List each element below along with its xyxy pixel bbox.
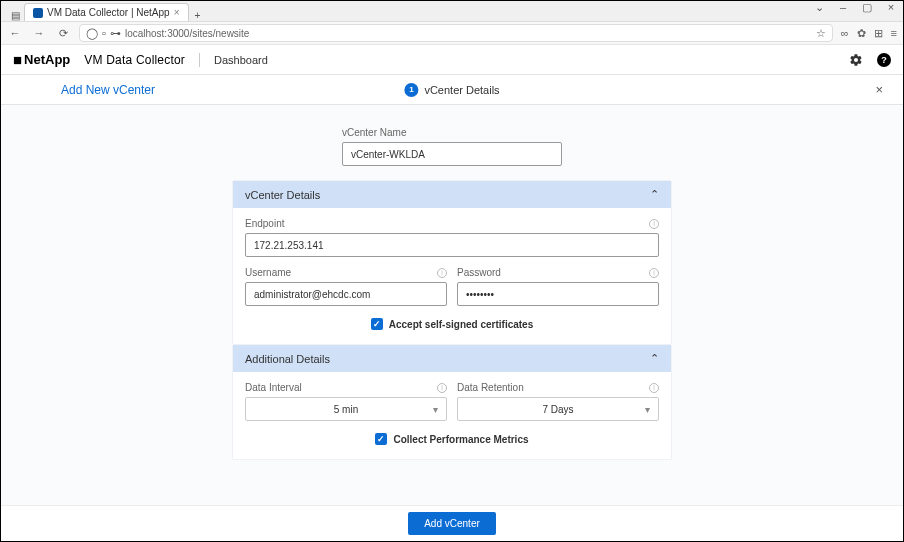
password-input[interactable]	[457, 282, 659, 306]
nav-back-button[interactable]: ←	[7, 25, 23, 41]
add-vcenter-button[interactable]: Add vCenter	[408, 512, 496, 535]
wizard-step-badge: 1	[404, 83, 418, 97]
wizard-step-label: vCenter Details	[424, 84, 499, 96]
wizard-step-indicator: 1 vCenter Details	[404, 83, 499, 97]
page-icon: ▫	[102, 27, 106, 39]
tab-strip: ▤ VM Data Collector | NetApp × +	[1, 1, 206, 21]
page-content: vCenter Name vCenter Details ⌃ Endpoint …	[1, 105, 903, 507]
app-header: NetApp VM Data Collector Dashboard ?	[1, 45, 903, 75]
endpoint-input[interactable]	[245, 233, 659, 257]
panel-vcenter-details: vCenter Details ⌃ Endpoint i Username i	[232, 180, 672, 345]
data-interval-select[interactable]: 5 min	[245, 397, 447, 421]
panel-additional-details-header[interactable]: Additional Details ⌃	[233, 345, 671, 372]
settings-gear-icon[interactable]	[849, 53, 863, 67]
info-icon[interactable]: i	[437, 383, 447, 393]
collect-metrics-checkbox[interactable]: ✓	[375, 433, 387, 445]
panel-additional-details-body: Data Interval i 5 min Data Retention i 7…	[233, 372, 671, 459]
info-icon[interactable]: i	[649, 219, 659, 229]
data-interval-value: 5 min	[334, 404, 358, 415]
info-icon[interactable]: i	[649, 268, 659, 278]
tab-list-icon[interactable]: ▤	[7, 10, 24, 21]
bookmark-star-icon[interactable]: ☆	[816, 27, 826, 40]
netapp-logo: NetApp	[13, 51, 70, 68]
divider	[199, 53, 200, 67]
username-input[interactable]	[245, 282, 447, 306]
data-retention-label: Data Retention	[457, 382, 524, 393]
chevron-up-icon: ⌃	[650, 352, 659, 365]
password-label: Password	[457, 267, 501, 278]
nav-reload-button[interactable]: ⟳	[55, 25, 71, 41]
extension-icon[interactable]: ✿	[857, 27, 866, 40]
url-field[interactable]: ◯ ▫ ⊶ localhost:3000/sites/newsite ☆	[79, 24, 833, 42]
window-more-icon[interactable]: ⌄	[811, 1, 827, 14]
help-icon[interactable]: ?	[877, 53, 891, 67]
url-text: localhost:3000/sites/newsite	[125, 28, 250, 39]
accept-cert-label: Accept self-signed certificates	[389, 319, 534, 330]
data-retention-value: 7 Days	[542, 404, 573, 415]
tab-title: VM Data Collector | NetApp	[47, 7, 170, 18]
vcenter-name-input[interactable]	[342, 142, 562, 166]
window-restore-icon[interactable]: ▢	[859, 1, 875, 14]
hamburger-menu-icon[interactable]: ≡	[891, 27, 897, 40]
panel-additional-details: Additional Details ⌃ Data Interval i 5 m…	[232, 345, 672, 460]
panel-vcenter-details-body: Endpoint i Username i Password i	[233, 208, 671, 344]
footer-bar: Add vCenter	[1, 505, 903, 541]
new-tab-button[interactable]: +	[189, 10, 207, 21]
tab-close-icon[interactable]: ×	[174, 7, 180, 18]
info-icon[interactable]: i	[649, 383, 659, 393]
panel-vcenter-details-title: vCenter Details	[245, 189, 320, 201]
panel-additional-details-title: Additional Details	[245, 353, 330, 365]
wizard-bar: Add New vCenter 1 vCenter Details ×	[1, 75, 903, 105]
username-label: Username	[245, 267, 291, 278]
account-icon[interactable]: ⊞	[874, 27, 883, 40]
data-interval-label: Data Interval	[245, 382, 302, 393]
window-close-icon[interactable]: ×	[883, 1, 899, 14]
window-minimize-icon[interactable]: –	[835, 1, 851, 14]
infinity-icon[interactable]: ∞	[841, 27, 849, 40]
shield-icon: ◯	[86, 27, 98, 40]
browser-titlebar: ▤ VM Data Collector | NetApp × + ⌄ – ▢ ×	[1, 1, 903, 21]
collect-metrics-label: Collect Performance Metrics	[393, 434, 528, 445]
tab-favicon-icon	[33, 8, 43, 18]
address-bar: ← → ⟳ ◯ ▫ ⊶ localhost:3000/sites/newsite…	[1, 21, 903, 45]
window-controls: ⌄ – ▢ ×	[811, 1, 899, 14]
app-name: VM Data Collector	[84, 53, 185, 67]
network-icon: ⊶	[110, 27, 121, 40]
data-retention-select[interactable]: 7 Days	[457, 397, 659, 421]
wizard-close-icon[interactable]: ×	[875, 82, 883, 97]
nav-forward-button[interactable]: →	[31, 25, 47, 41]
breadcrumb[interactable]: Dashboard	[214, 54, 268, 66]
panel-vcenter-details-header[interactable]: vCenter Details ⌃	[233, 181, 671, 208]
vcenter-name-label: vCenter Name	[342, 127, 562, 138]
wizard-title: Add New vCenter	[61, 83, 155, 97]
browser-tab-active[interactable]: VM Data Collector | NetApp ×	[24, 3, 189, 21]
chevron-up-icon: ⌃	[650, 188, 659, 201]
accept-cert-checkbox[interactable]: ✓	[371, 318, 383, 330]
endpoint-label: Endpoint	[245, 218, 284, 229]
info-icon[interactable]: i	[437, 268, 447, 278]
